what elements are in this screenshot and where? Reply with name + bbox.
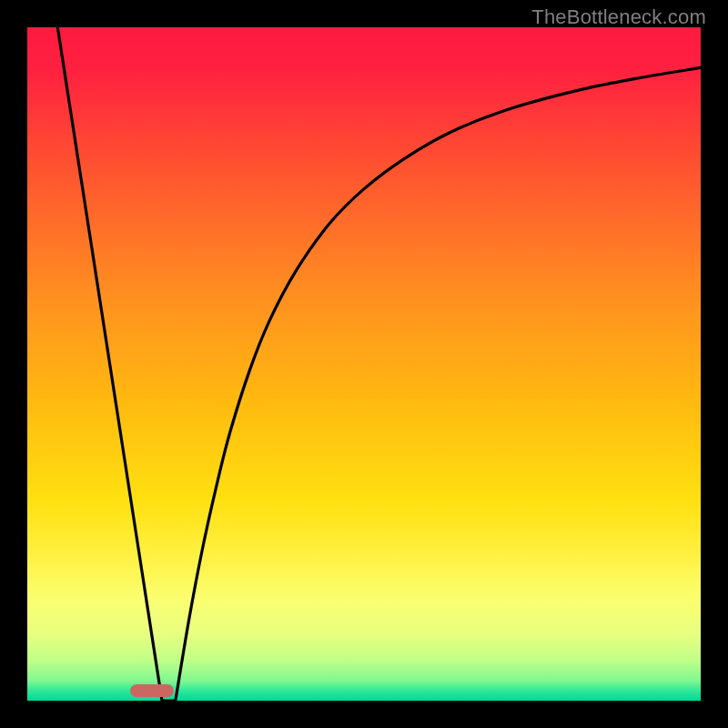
chart-frame: TheBottleneck.com: [0, 0, 728, 728]
plot-area: [27, 27, 701, 701]
optimal-marker: [130, 684, 174, 696]
watermark-text: TheBottleneck.com: [531, 5, 706, 29]
bottleneck-curve: [27, 27, 701, 701]
